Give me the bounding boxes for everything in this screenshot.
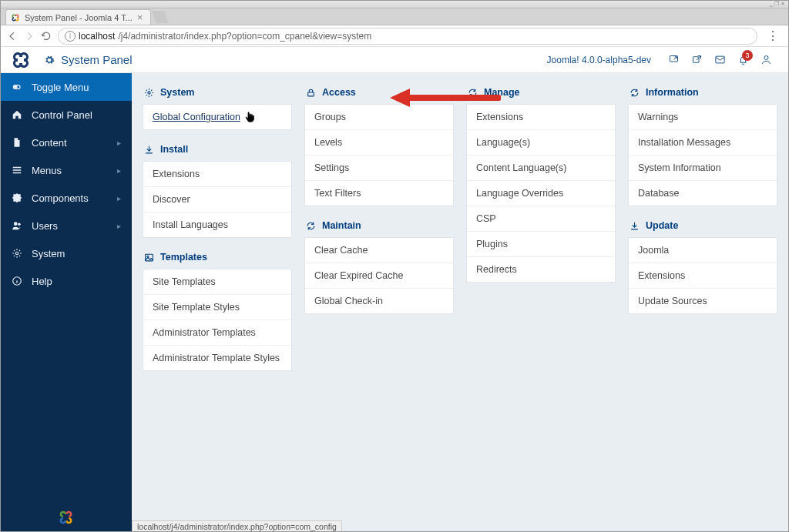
panel-block-templates: TemplatesSite TemplatesSite Template Sty… [143,249,292,371]
panel-link-warnings[interactable]: Warnings [629,105,777,130]
notification-badge: 3 [742,50,753,61]
panel-link-database[interactable]: Database [629,181,777,206]
svg-rect-2 [715,56,724,63]
svg-point-3 [764,56,768,60]
panel-link-content-language-s-[interactable]: Content Language(s) [467,156,615,181]
block-title: Access [322,87,356,98]
panel-link-discover[interactable]: Discover [143,187,291,212]
row-label: Install Languages [153,219,228,230]
panel-link-clear-cache[interactable]: Clear Cache [305,238,453,263]
tab-close-icon[interactable]: × [137,12,143,23]
svg-rect-11 [146,254,153,261]
panel-block-manage: ManageExtensionsLanguage(s)Content Langu… [466,84,616,283]
row-label: Database [638,188,680,199]
external-link-icon[interactable] [685,49,708,72]
refresh-icon [306,221,316,231]
panel-block-system: SystemGlobal Configuration [143,84,292,130]
panel-link-installation-messages[interactable]: Installation Messages [629,130,777,156]
panel-link-csp[interactable]: CSP [467,206,615,232]
panel-link-plugins[interactable]: Plugins [467,232,615,257]
panel-block-information: InformationWarningsInstallation Messages… [628,84,777,206]
panel-block-install: InstallExtensionsDiscoverInstall Languag… [143,141,292,238]
row-label: Redirects [476,264,517,275]
preview-icon[interactable] [662,49,685,72]
home-icon [12,109,22,120]
panel-link-clear-expired-cache[interactable]: Clear Expired Cache [305,263,453,289]
sidebar-footer-logo [1,510,132,528]
svg-point-6 [14,222,18,226]
image-icon [144,253,154,263]
chevron-right-icon: ▸ [117,139,121,147]
messages-icon[interactable] [708,49,731,72]
panel-link-site-template-styles[interactable]: Site Template Styles [143,295,291,320]
sidebar-item-toggle-menu[interactable]: Toggle Menu [1,73,132,101]
reload-button[interactable] [41,31,52,42]
panel-link-language-s-[interactable]: Language(s) [467,130,615,156]
sidebar-item-users[interactable]: Users▸ [1,212,132,239]
panel-link-levels[interactable]: Levels [305,130,453,156]
panel-link-extensions[interactable]: Extensions [467,105,615,130]
sidebar-item-label: Content [32,137,67,149]
panel-link-global-check-in[interactable]: Global Check-in [305,289,453,313]
joomla-favicon-icon [11,13,20,22]
panel-link-redirects[interactable]: Redirects [467,257,615,282]
tab-title: System Panel - Joomla 4 T... [25,13,133,22]
sidebar-item-control-panel[interactable]: Control Panel [1,101,132,129]
block-title: Update [646,220,678,231]
user-icon[interactable] [754,49,777,72]
back-button[interactable] [7,31,18,42]
download-icon [630,221,640,231]
sidebar-item-help[interactable]: Help [1,267,132,295]
panel-link-site-templates[interactable]: Site Templates [143,269,291,295]
refresh-icon [468,88,478,98]
refresh-icon [630,88,640,98]
sidebar-item-components[interactable]: Components▸ [1,184,132,212]
forward-button[interactable] [24,31,35,42]
os-titlebar: ⎯ ❐ ✕ [1,1,788,8]
row-label: Site Templates [153,276,216,287]
new-tab-button[interactable] [152,11,169,23]
puzzle-icon [12,192,22,203]
cursor-hand-icon [245,112,254,122]
users-icon [12,220,22,231]
main-layout: Toggle MenuControl PanelContent▸Menus▸Co… [1,73,788,532]
panel-link-global-configuration[interactable]: Global Configuration [143,105,291,129]
browser-toolbar: i localhost/j4/administrator/index.php?o… [1,25,788,47]
os-window-buttons[interactable]: ⎯ ❐ ✕ [770,1,785,7]
sidebar-item-system[interactable]: System [1,239,132,267]
panel-link-system-information[interactable]: System Information [629,156,777,181]
row-label: Update Sources [638,296,707,306]
panel-link-language-overrides[interactable]: Language Overrides [467,181,615,206]
sidebar-item-label: Menus [32,165,62,176]
row-label: Groups [314,112,346,122]
browser-tab[interactable]: System Panel - Joomla 4 T... × [5,9,151,25]
row-label: Global Configuration [153,112,240,122]
svg-point-8 [15,252,18,255]
version-link[interactable]: Joomla! 4.0.0-alpha5-dev [547,55,651,65]
panel-link-extensions[interactable]: Extensions [629,263,777,289]
panel-link-settings[interactable]: Settings [305,156,453,181]
address-bar[interactable]: i localhost/j4/administrator/index.php?o… [58,28,757,45]
panel-link-groups[interactable]: Groups [305,105,453,130]
block-title: Install [160,144,188,155]
page-title: System Panel [61,53,133,66]
sidebar-item-menus[interactable]: Menus▸ [1,156,132,184]
panel-link-administrator-template-styles[interactable]: Administrator Template Styles [143,346,291,370]
row-label: Text Filters [314,188,361,199]
panel-link-extensions[interactable]: Extensions [143,162,291,187]
notifications-icon[interactable]: 3 [731,49,754,72]
panel-link-update-sources[interactable]: Update Sources [629,289,777,313]
block-title: System [160,87,194,98]
panel-link-joomla[interactable]: Joomla [629,238,777,263]
site-info-icon[interactable]: i [65,31,76,42]
block-title: Manage [484,87,520,98]
file-icon [12,137,22,148]
browser-menu-button[interactable]: ⋮ [764,28,782,43]
sidebar-item-content[interactable]: Content▸ [1,129,132,156]
panel-link-administrator-templates[interactable]: Administrator Templates [143,320,291,346]
svg-point-7 [18,223,21,226]
panel-link-text-filters[interactable]: Text Filters [305,181,453,206]
content-panel: SystemGlobal ConfigurationInstallExtensi… [132,73,788,532]
panel-link-install-languages[interactable]: Install Languages [143,212,291,237]
sidebar-item-label: Toggle Menu [32,82,89,93]
